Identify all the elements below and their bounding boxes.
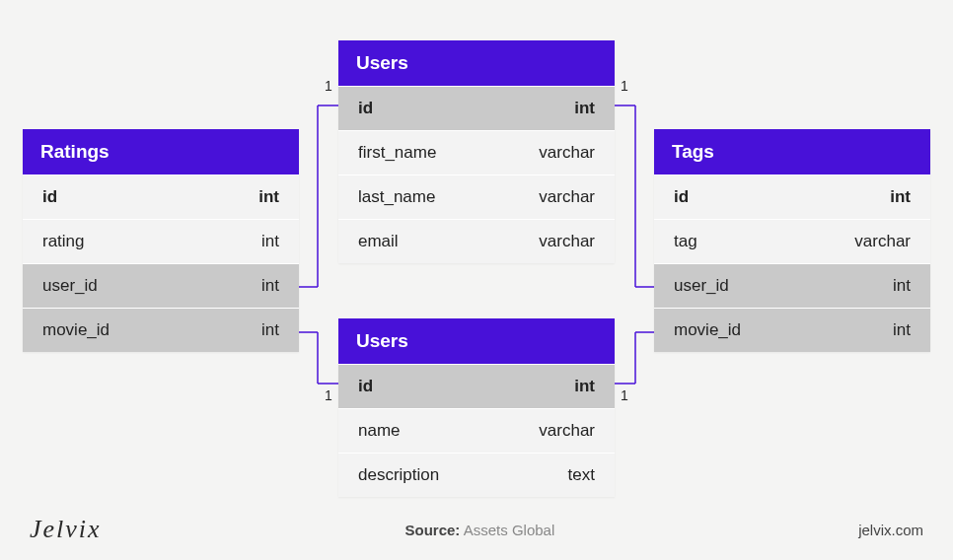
table-users-bottom-rows: idintnamevarchardescriptiontext (338, 364, 615, 497)
cardinality-users-bottom-left: 1 (325, 387, 332, 403)
table-row: descriptiontext (338, 453, 615, 497)
column-type: int (574, 99, 595, 118)
column-type: int (893, 276, 911, 296)
column-type: int (258, 187, 279, 207)
table-tags-header: Tags (654, 129, 930, 175)
table-users-top-header: Users (338, 40, 615, 86)
table-ratings: Ratings idintratingintuser_idintmovie_id… (23, 129, 299, 352)
brand-logo: Jelvix (30, 515, 102, 544)
column-name: id (674, 187, 689, 207)
column-name: movie_id (42, 320, 110, 340)
source-value: Assets Global (464, 522, 555, 538)
table-users-bottom-header: Users (338, 318, 615, 364)
cardinality-users-top-right: 1 (621, 78, 628, 94)
table-users-top: Users idintfirst_namevarcharlast_namevar… (338, 40, 615, 263)
column-name: name (358, 421, 401, 441)
column-type: int (261, 276, 279, 296)
table-users-top-rows: idintfirst_namevarcharlast_namevarcharem… (338, 86, 615, 263)
table-tags: Tags idinttagvarcharuser_idintmovie_idin… (654, 129, 930, 352)
column-name: user_id (42, 276, 98, 296)
column-type: varchar (539, 143, 595, 163)
table-row: idint (654, 175, 930, 219)
column-name: email (358, 232, 399, 251)
table-row: idint (338, 86, 615, 130)
table-row: movie_idint (23, 308, 299, 352)
column-name: user_id (674, 276, 729, 296)
table-row: user_idint (654, 263, 930, 308)
column-name: tag (674, 232, 697, 251)
table-row: first_namevarchar (338, 130, 615, 175)
column-type: int (261, 232, 279, 251)
table-row: namevarchar (338, 408, 615, 453)
source-prefix: Source: (405, 522, 461, 538)
column-type: text (568, 465, 595, 485)
column-type: int (574, 377, 595, 396)
column-name: description (358, 465, 439, 485)
table-row: emailvarchar (338, 219, 615, 263)
column-name: id (42, 187, 57, 207)
column-name: last_name (358, 187, 435, 207)
column-name: first_name (358, 143, 436, 163)
column-name: id (358, 99, 373, 118)
column-type: int (890, 187, 911, 207)
site-link: jelvix.com (858, 522, 923, 538)
column-type: varchar (539, 232, 595, 251)
table-users-bottom: Users idintnamevarchardescriptiontext (338, 318, 615, 497)
table-ratings-header: Ratings (23, 129, 299, 175)
column-type: varchar (854, 232, 911, 251)
column-type: int (893, 320, 911, 340)
table-row: ratingint (23, 219, 299, 263)
diagram-canvas: { "brand": "Jelvix", "site": "jelvix.com… (0, 0, 953, 560)
table-row: user_idint (23, 263, 299, 308)
column-name: rating (42, 232, 85, 251)
table-row: idint (338, 364, 615, 408)
table-row: last_namevarchar (338, 175, 615, 219)
table-row: tagvarchar (654, 219, 930, 263)
column-type: varchar (539, 421, 595, 441)
cardinality-users-bottom-right: 1 (621, 387, 628, 403)
cardinality-users-top-left: 1 (325, 78, 332, 94)
column-type: varchar (539, 187, 595, 207)
source-label: Source: Assets Global (405, 522, 555, 538)
table-row: movie_idint (654, 308, 930, 352)
column-name: id (358, 377, 373, 396)
column-type: int (261, 320, 279, 340)
footer: Jelvix Source: Assets Global jelvix.com (0, 515, 953, 544)
column-name: movie_id (674, 320, 741, 340)
table-row: idint (23, 175, 299, 219)
table-tags-rows: idinttagvarcharuser_idintmovie_idint (654, 175, 930, 352)
table-ratings-rows: idintratingintuser_idintmovie_idint (23, 175, 299, 352)
